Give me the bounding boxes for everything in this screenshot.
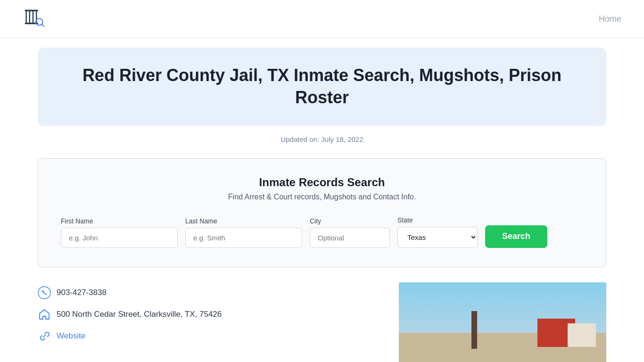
address-text: 500 North Cedar Street, Clarksville, TX,… xyxy=(57,310,222,319)
city-input[interactable] xyxy=(310,228,390,248)
contact-info: 903-427-3838 500 North Cedar Street, Cla… xyxy=(38,282,380,362)
website-item: Website xyxy=(38,329,380,343)
link-icon xyxy=(38,329,51,343)
search-button[interactable]: Search xyxy=(485,225,547,248)
main-nav: Home xyxy=(599,14,621,24)
website-link[interactable]: Website xyxy=(57,331,85,341)
first-name-label: First Name xyxy=(61,217,178,225)
search-form: First Name Last Name City State AlabamaA… xyxy=(61,216,583,248)
search-section: Inmate Records Search Find Arrest & Cour… xyxy=(38,158,606,267)
building-image xyxy=(399,282,606,362)
logo xyxy=(23,8,45,30)
city-group: City xyxy=(310,217,390,248)
first-name-group: First Name xyxy=(61,217,178,248)
hero-title: Red River County Jail, TX Inmate Search,… xyxy=(57,65,587,109)
home-link[interactable]: Home xyxy=(599,14,621,24)
header: Home xyxy=(0,0,644,38)
phone-number: 903-427-3838 xyxy=(57,288,107,297)
last-name-input[interactable] xyxy=(185,228,302,248)
svg-rect-4 xyxy=(25,10,38,11)
building-placeholder xyxy=(399,282,606,362)
address-item: 500 North Cedar Street, Clarksville, TX,… xyxy=(38,308,380,321)
first-name-input[interactable] xyxy=(61,228,178,248)
svg-rect-0 xyxy=(25,10,26,24)
search-section-title: Inmate Records Search xyxy=(61,176,583,189)
phone-item: 903-427-3838 xyxy=(38,286,380,299)
updated-date: Updated on: July 18, 2022 xyxy=(0,135,644,143)
last-name-group: Last Name xyxy=(185,217,302,248)
svg-line-7 xyxy=(41,24,44,26)
search-section-subtitle: Find Arrest & Court records, Mugshots an… xyxy=(61,193,583,201)
svg-rect-1 xyxy=(29,10,30,24)
address-icon xyxy=(38,308,51,321)
state-label: State xyxy=(397,216,478,224)
state-select[interactable]: AlabamaAlaskaArizonaArkansasCaliforniaCo… xyxy=(397,227,478,248)
phone-icon xyxy=(38,286,51,299)
hero-banner: Red River County Jail, TX Inmate Search,… xyxy=(38,48,606,126)
last-name-label: Last Name xyxy=(185,217,302,225)
city-label: City xyxy=(310,217,390,225)
svg-rect-2 xyxy=(33,10,33,24)
state-group: State AlabamaAlaskaArizonaArkansasCalifo… xyxy=(397,216,478,248)
info-section: 903-427-3838 500 North Cedar Street, Cla… xyxy=(38,282,606,362)
logo-icon xyxy=(23,8,45,30)
